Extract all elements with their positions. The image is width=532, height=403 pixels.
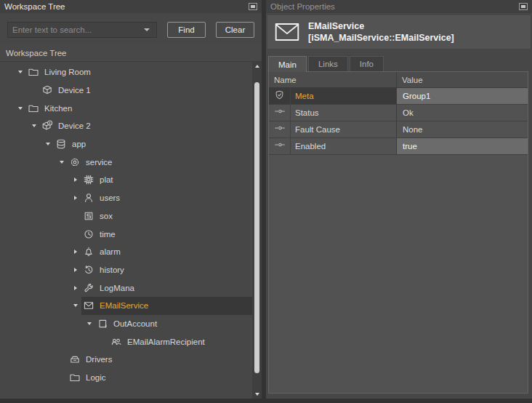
wrench-icon <box>82 282 94 294</box>
tree-item-emailservice[interactable]: EMailService <box>0 297 252 315</box>
tree-item-logic[interactable]: Logic <box>0 369 252 387</box>
tree-item-device-1[interactable]: Device 1 <box>0 81 252 100</box>
tree-item-label: EMailAlarmRecipient <box>127 338 205 346</box>
tree-item-logmana[interactable]: LogMana <box>0 279 252 297</box>
tree-item-label: sox <box>100 212 113 220</box>
property-name-cell[interactable]: Fault Cause <box>269 121 397 137</box>
property-value-meta[interactable]: Group1 <box>397 88 528 104</box>
tree-item-emailalarmrecipient[interactable]: EMailAlarmRecipient <box>0 332 252 351</box>
property-row-meta[interactable]: MetaGroup1 <box>269 88 528 105</box>
tree-item-highlight[interactable]: time <box>81 225 252 243</box>
tree-item-highlight[interactable]: app <box>54 135 252 153</box>
property-value-status: Ok <box>397 105 528 121</box>
tree-item-highlight[interactable]: Device 1 <box>40 81 252 100</box>
tree-item-living-room[interactable]: Living Room <box>0 63 252 81</box>
tree-item-highlight[interactable]: users <box>81 189 252 207</box>
tab-main[interactable]: Main <box>268 56 307 72</box>
tree-item-label: app <box>72 140 86 148</box>
tree-item-label: Device 1 <box>58 86 91 95</box>
scroll-up-icon[interactable] <box>252 62 262 71</box>
folder-icon <box>27 66 39 79</box>
tree-item-kitchen[interactable]: Kitchen <box>0 99 252 117</box>
property-icon-gutter <box>269 121 291 137</box>
tree-item-highlight[interactable]: Device 2 <box>40 117 252 135</box>
recipients-icon <box>110 335 122 348</box>
property-name-label: Status <box>291 108 319 117</box>
tree-item-service[interactable]: service <box>0 153 252 171</box>
tree-item-history[interactable]: history <box>0 261 252 279</box>
tab-info[interactable]: Info <box>350 56 384 71</box>
link-icon <box>274 105 286 120</box>
property-row-enabled[interactable]: Enabledtrue <box>269 138 528 155</box>
property-name-cell[interactable]: Enabled <box>269 138 397 154</box>
tree-item-time[interactable]: time <box>0 225 252 243</box>
property-name-label: Meta <box>291 92 314 100</box>
chevron-down-icon[interactable] <box>15 107 26 110</box>
clear-button[interactable]: Clear <box>216 22 254 38</box>
scrollbar-thumb[interactable] <box>254 82 259 373</box>
tree-item-highlight[interactable]: sox <box>81 207 252 226</box>
property-name-label: Enabled <box>291 142 326 151</box>
tree-item-plat[interactable]: plat <box>0 171 252 189</box>
float-window-icon[interactable] <box>519 3 528 10</box>
tree-item-label: Living Room <box>44 68 91 76</box>
tree-item-highlight[interactable]: EMailAlarmRecipient <box>109 332 252 351</box>
object-name: EMailService <box>308 20 454 32</box>
tree-item-alarm[interactable]: alarm <box>0 243 252 261</box>
table-rows: MetaGroup1StatusOkFault CauseNoneEnabled… <box>269 88 528 155</box>
property-name-cell[interactable]: Status <box>269 105 397 121</box>
tree-item-highlight[interactable]: LogMana <box>81 279 252 297</box>
device-alert-icon <box>41 120 53 132</box>
search-input[interactable]: Enter text to search... <box>7 22 157 38</box>
chevron-down-icon[interactable] <box>84 322 95 325</box>
chevron-right-icon[interactable] <box>70 196 81 200</box>
tree-item-outaccount[interactable]: OutAccount <box>0 315 252 333</box>
workspace-tree-title: Workspace Tree <box>4 2 249 11</box>
link-icon <box>274 122 286 137</box>
table-header-row: Name Value <box>269 72 528 88</box>
tree-item-app[interactable]: app <box>0 135 252 153</box>
link-icon <box>274 139 286 153</box>
tree-item-highlight[interactable]: EMailService <box>81 297 252 315</box>
tree-item-sox[interactable]: sox <box>0 207 252 226</box>
property-row-fault-cause[interactable]: Fault CauseNone <box>269 121 528 138</box>
tree-item-highlight[interactable]: Logic <box>68 369 252 387</box>
tree-item-highlight[interactable]: service <box>68 153 252 171</box>
float-window-icon[interactable] <box>249 3 257 10</box>
chevron-right-icon[interactable] <box>70 177 81 182</box>
tree-item-highlight[interactable]: Drivers <box>68 351 252 369</box>
chevron-right-icon[interactable] <box>70 268 81 272</box>
property-row-status[interactable]: StatusOk <box>269 105 528 121</box>
tree-item-label: users <box>100 193 120 202</box>
tree-item-highlight[interactable]: plat <box>81 171 252 189</box>
object-type: [iSMA_MailService::EMailService] <box>308 32 454 44</box>
property-value-enabled[interactable]: true <box>397 138 528 154</box>
tree-item-highlight[interactable]: Kitchen <box>26 99 252 117</box>
chevron-down-icon[interactable] <box>15 71 26 73</box>
tree-item-highlight[interactable]: OutAccount <box>95 315 252 333</box>
tree-item-highlight[interactable]: history <box>81 261 252 279</box>
property-name-cell[interactable]: Meta <box>269 88 397 104</box>
chevron-right-icon[interactable] <box>70 250 81 254</box>
scroll-down-icon[interactable] <box>252 390 262 399</box>
chevron-down-icon[interactable] <box>142 28 152 31</box>
chevron-down-icon[interactable] <box>42 143 54 145</box>
envelope-icon <box>82 300 94 312</box>
tree-item-highlight[interactable]: alarm <box>81 243 252 261</box>
chevron-right-icon[interactable] <box>70 286 81 290</box>
tab-links[interactable]: Links <box>308 56 348 71</box>
tree-item-label: EMailService <box>100 301 148 310</box>
chevron-down-icon[interactable] <box>28 124 40 127</box>
folder-icon <box>68 372 81 384</box>
tree-item-users[interactable]: users <box>0 189 252 207</box>
tree-scrollbar[interactable] <box>252 62 262 399</box>
property-icon-gutter <box>269 105 291 121</box>
tree-item-label: history <box>100 266 124 274</box>
chevron-down-icon[interactable] <box>70 304 81 307</box>
find-button[interactable]: Find <box>167 22 206 38</box>
chevron-down-icon[interactable] <box>56 161 68 164</box>
tree-item-highlight[interactable]: Living Room <box>26 63 252 81</box>
tree-item-device-2[interactable]: Device 2 <box>0 117 252 135</box>
gear-icon <box>68 156 81 168</box>
tree-item-drivers[interactable]: Drivers <box>0 351 252 369</box>
